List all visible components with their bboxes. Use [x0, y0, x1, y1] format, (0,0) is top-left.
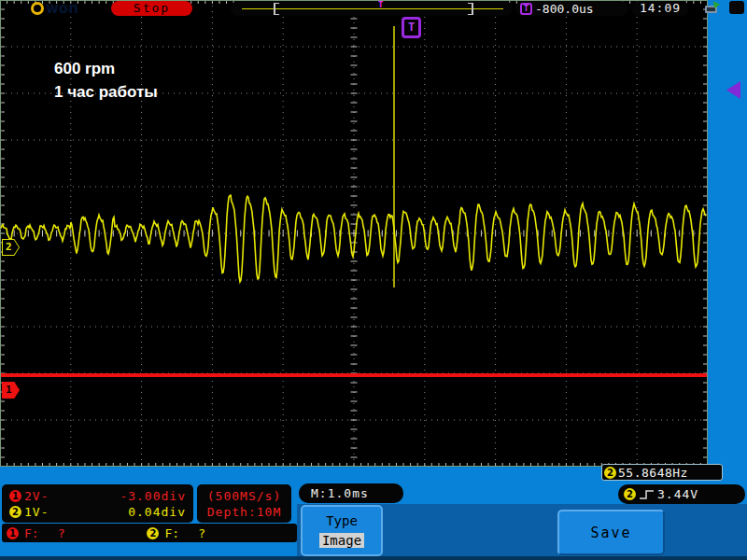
sample-rate: (500MS/s): [207, 489, 281, 503]
ch1-freq-label: F:: [24, 526, 39, 540]
trigger-level-value: 3.44V: [657, 487, 698, 501]
annotation-line-1: 600 rpm: [54, 57, 158, 80]
memory-trigger-marker-icon: T: [378, 1, 383, 9]
channel2-info-row: 2 1V- 0.04div: [9, 505, 186, 519]
memory-position-bar[interactable]: T: [231, 1, 513, 16]
trigger-position-value: -800.0us: [535, 2, 594, 16]
channel1-badge: 1: [9, 490, 21, 502]
trigger-t-icon: T: [520, 3, 532, 15]
logo-text: won: [46, 2, 78, 15]
bottom-bezel-strip: [0, 556, 747, 560]
logo-o-ring-icon: [31, 2, 44, 15]
ch2-freq-value: ?: [198, 526, 205, 540]
owon-logo: won: [31, 1, 78, 15]
type-menu-button[interactable]: Type Image: [301, 505, 383, 556]
acquisition-status-badge[interactable]: Stop: [111, 1, 192, 16]
type-button-title: Type: [326, 513, 358, 528]
memory-waveform-line: [242, 8, 503, 9]
channel1-scale: 2V-: [24, 489, 49, 503]
channel2-badge: 2: [9, 506, 21, 518]
trigger-level-arrow-icon[interactable]: [726, 81, 740, 99]
battery-indicator-icon: [729, 1, 744, 14]
channel2-position-marker[interactable]: 2: [2, 239, 20, 256]
ch2-freq-label: F:: [164, 526, 179, 540]
channel2-offset: 0.04div: [128, 505, 186, 519]
acquisition-info-panel: (500MS/s) Depth:10M: [197, 484, 291, 523]
trigger-horizontal-position-marker[interactable]: T: [402, 17, 421, 38]
ch1-freq-value: ?: [58, 526, 65, 540]
memory-window-left-bracket: [274, 3, 279, 15]
channel1-info-row: 1 2V- -3.00div: [9, 489, 186, 503]
channel2-badge: 2: [624, 488, 636, 500]
clock-readout: 14:09: [631, 1, 689, 16]
trigger-position-readout: T -800.0us: [515, 1, 628, 16]
frequency-value: 55.8648Hz: [618, 466, 688, 480]
memory-depth: Depth:10M: [207, 505, 281, 519]
oscilloscope-screen: won Stop T T -800.0us 14:09 600 rpm 1 ча…: [0, 0, 747, 560]
annotation-line-2: 1 час работы: [54, 80, 158, 104]
channel2-badge: 2: [147, 527, 159, 539]
frequency-measure-bar: 1 F: ? 2 F: ?: [2, 524, 297, 542]
channel1-badge: 1: [7, 527, 19, 539]
save-button[interactable]: Save: [557, 510, 665, 555]
channel-info-panel: 1 2V- -3.00div 2 1V- 0.04div: [2, 484, 193, 523]
channel2-badge: 2: [604, 467, 616, 479]
usb-storage-icon: [702, 1, 723, 14]
frequency-counter-readout: 2 55.8648Hz: [601, 464, 723, 481]
rising-edge-icon: [639, 488, 655, 501]
channel1-offset: -3.00div: [120, 489, 186, 503]
channel1-position-marker[interactable]: 1: [2, 382, 20, 399]
memory-window-right-bracket: [468, 3, 473, 15]
channel2-scale: 1V-: [24, 505, 49, 519]
trigger-level-readout: 2 3.44V: [618, 484, 745, 504]
user-annotation: 600 rpm 1 час работы: [54, 57, 158, 104]
type-button-value: Image: [319, 533, 364, 548]
timebase-readout: M:1.0ms: [299, 483, 403, 503]
